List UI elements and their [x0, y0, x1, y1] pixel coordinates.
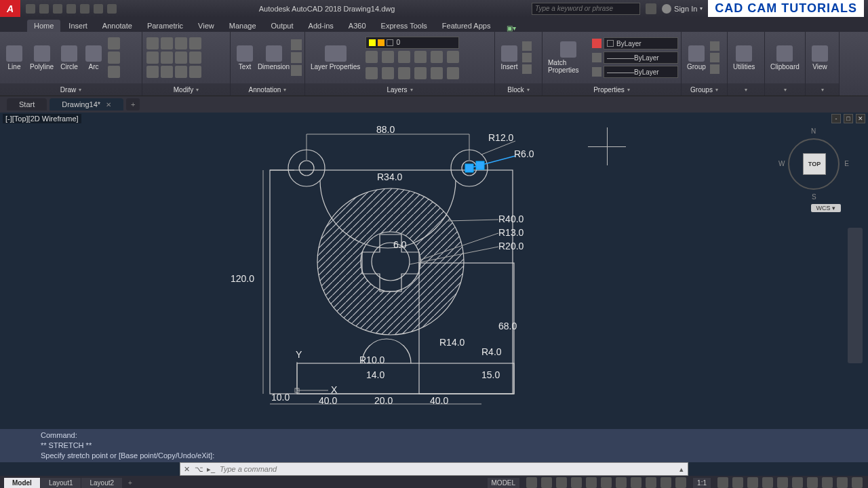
layer-tool-11-icon[interactable] [431, 67, 443, 79]
group-edit-icon[interactable] [710, 53, 719, 62]
layer-properties-button[interactable]: Layer Properties [308, 44, 363, 72]
panel-modify-label[interactable]: Modify [142, 83, 230, 96]
anno-extra-icon[interactable] [291, 65, 302, 76]
match-properties-button[interactable]: Match Properties [545, 40, 591, 75]
annoscale-icon[interactable] [717, 477, 728, 488]
leader-icon[interactable] [291, 39, 302, 50]
utilities-button[interactable]: Utilities [730, 44, 757, 72]
lwt-toggle-icon[interactable] [646, 477, 656, 488]
layer-tool-12-icon[interactable] [447, 67, 459, 79]
tab-annotate[interactable]: Annotate [96, 20, 139, 32]
create-block-icon[interactable] [522, 41, 532, 51]
layout-tab-1[interactable]: Layout1 [41, 478, 81, 488]
tab-a360[interactable]: A360 [342, 20, 373, 32]
panel-properties-label[interactable]: Properties [542, 83, 681, 96]
ribbon-expand-icon[interactable]: ▣▾ [507, 24, 516, 32]
array-icon[interactable] [175, 66, 187, 78]
arc-button[interactable]: Arc [82, 44, 105, 72]
edit-block-icon[interactable] [522, 53, 532, 62]
polar-toggle-icon[interactable] [571, 477, 582, 488]
isodraft-toggle-icon[interactable] [586, 477, 597, 488]
qat-redo-icon[interactable] [107, 4, 117, 14]
layer-tool-6-icon[interactable] [447, 51, 459, 63]
view-button[interactable]: View [808, 44, 831, 72]
status-scale[interactable]: 1:1 [693, 478, 711, 488]
otrack-toggle-icon[interactable] [631, 477, 642, 488]
circle-button[interactable]: Circle [58, 44, 81, 72]
layer-tool-8-icon[interactable] [382, 67, 394, 79]
infocenter-icon[interactable] [646, 3, 656, 14]
panel-utilities-label[interactable] [728, 83, 764, 96]
close-tab-icon[interactable]: ✕ [106, 101, 111, 108]
tab-insert[interactable]: Insert [62, 20, 94, 32]
grid-toggle-icon[interactable] [526, 477, 537, 488]
table-icon[interactable] [291, 52, 302, 63]
panel-clipboard-label[interactable] [765, 83, 805, 96]
layer-tool-7-icon[interactable] [366, 67, 378, 79]
stretch-icon[interactable] [146, 66, 159, 78]
layout-add-button[interactable]: + [123, 478, 138, 488]
color-swatch-icon[interactable] [592, 39, 601, 48]
hwacc-icon[interactable] [822, 477, 833, 488]
cmdline-recent-icon[interactable]: ▴ [675, 465, 688, 474]
linetype-icon[interactable] [592, 67, 601, 77]
signin-button[interactable]: Sign In ▾ [662, 4, 703, 14]
layer-tool-4-icon[interactable] [414, 51, 427, 63]
erase-icon[interactable] [189, 37, 201, 49]
scale-icon[interactable] [161, 66, 173, 78]
draw-extra-3-icon[interactable] [108, 66, 120, 78]
color-dropdown[interactable]: ByLayer [604, 37, 678, 49]
group-button[interactable]: Group [684, 44, 709, 72]
draw-extra-2-icon[interactable] [108, 52, 120, 64]
offset-icon[interactable] [189, 66, 201, 78]
tab-express[interactable]: Express Tools [374, 20, 434, 32]
qat-new-icon[interactable] [26, 4, 35, 14]
ungroup-icon[interactable] [710, 41, 719, 51]
panel-block-label[interactable]: Block [495, 83, 542, 96]
rotate-icon[interactable] [161, 37, 173, 49]
layer-dropdown[interactable]: 0 [366, 37, 459, 49]
cycling-toggle-icon[interactable] [675, 477, 686, 488]
add-tab-button[interactable]: + [126, 98, 140, 110]
3dosnap-toggle-icon[interactable] [616, 477, 627, 488]
panel-annotation-label[interactable]: Annotation [231, 83, 304, 96]
lineweight-dropdown[interactable]: ———— ByLayer [604, 52, 678, 64]
edit-attr-icon[interactable] [522, 64, 532, 74]
layer-tool-1-icon[interactable] [366, 51, 378, 63]
annomonitor-icon[interactable] [747, 477, 758, 488]
workspace-icon[interactable] [732, 477, 743, 488]
group-bbox-icon[interactable] [710, 64, 719, 74]
layer-tool-9-icon[interactable] [398, 67, 410, 79]
transparency-toggle-icon[interactable] [660, 477, 671, 488]
trim-icon[interactable] [175, 37, 187, 49]
polyline-button[interactable]: Polyline [27, 44, 56, 72]
linetype-dropdown[interactable]: ———— ByLayer [604, 66, 678, 78]
tab-addins[interactable]: Add-ins [302, 20, 340, 32]
qat-plot-icon[interactable] [80, 4, 90, 14]
panel-layers-label[interactable]: Layers [305, 83, 494, 96]
snap-toggle-icon[interactable] [541, 477, 552, 488]
app-logo[interactable]: A [0, 0, 20, 17]
qat-saveas-icon[interactable] [66, 4, 76, 14]
cmdline-options-icon[interactable]: ⌥ [193, 465, 205, 474]
layer-tool-3-icon[interactable] [398, 51, 410, 63]
qat-open-icon[interactable] [39, 4, 49, 14]
tab-parametric[interactable]: Parametric [140, 20, 190, 32]
help-search-input[interactable] [532, 3, 640, 15]
ortho-toggle-icon[interactable] [556, 477, 567, 488]
cleanscreen-icon[interactable] [837, 477, 848, 488]
layer-tool-2-icon[interactable] [382, 51, 394, 63]
lineweight-icon[interactable] [592, 53, 601, 62]
qat-save-icon[interactable] [53, 4, 62, 14]
panel-view-label[interactable] [806, 83, 839, 96]
filetab-drawing14[interactable]: Drawing14*✕ [50, 98, 123, 110]
tab-home[interactable]: Home [27, 20, 60, 32]
panel-groups-label[interactable]: Groups [682, 83, 727, 96]
mirror-icon[interactable] [161, 52, 173, 64]
isolate-icon[interactable] [807, 477, 818, 488]
tab-featured[interactable]: Featured Apps [435, 20, 498, 32]
fillet-icon[interactable] [175, 52, 187, 64]
explode-icon[interactable] [189, 52, 201, 64]
tab-output[interactable]: Output [264, 20, 300, 32]
move-icon[interactable] [146, 37, 159, 49]
